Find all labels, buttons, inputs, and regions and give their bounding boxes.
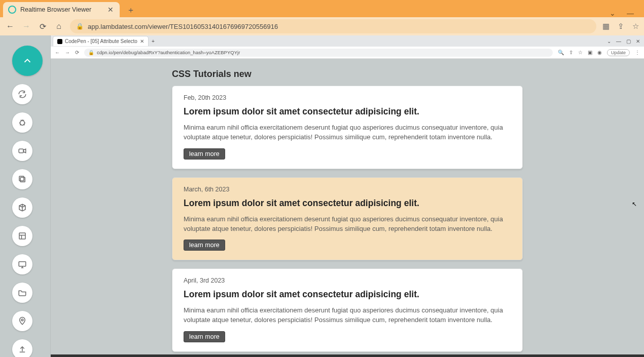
bookmark-star-icon[interactable]: ☆ (632, 22, 639, 31)
codepen-favicon-icon (57, 39, 62, 44)
lt-sidebar (12, 46, 43, 357)
lt-monitor-button[interactable] (12, 254, 32, 274)
lt-upload-button[interactable] (12, 339, 32, 357)
inner-lock-icon: 🔒 (88, 50, 94, 55)
inner-tab-title: CodePen - [05] Attribute Selecto (65, 38, 137, 44)
outer-window-controls: ⌄ — (610, 9, 641, 17)
outer-tab-active[interactable]: Realtime Browser Viewer ✕ (3, 2, 120, 17)
mouse-cursor-icon: ↖ (632, 201, 637, 208)
card-body: Minima earum nihil officia exercitatione… (184, 123, 511, 142)
bug-icon (18, 118, 27, 127)
lt-bug-button[interactable] (12, 112, 32, 133)
inner-tab-close-icon[interactable]: ✕ (140, 38, 144, 44)
upload-icon (18, 345, 27, 354)
lt-layout-button[interactable] (12, 226, 32, 246)
reload-button[interactable]: ⟳ (38, 22, 48, 31)
inner-reload-button[interactable]: ⟳ (75, 50, 79, 55)
back-button[interactable]: ← (5, 22, 15, 31)
outer-tab-strip: Realtime Browser Viewer ✕ ＋ ⌄ — (0, 0, 644, 17)
inner-url-text: cdpn.io/pen/debug/abadRxY?authentication… (97, 50, 240, 55)
outer-tab-title: Realtime Browser Viewer (20, 6, 103, 13)
share-icon[interactable]: ⇪ (618, 22, 624, 31)
outer-toolbar: ← → ⟳ ⌂ 🔒 app.lambdatest.com/viewer/TES1… (0, 17, 644, 35)
minimize-icon[interactable]: — (627, 9, 634, 17)
lt-copy-button[interactable] (12, 169, 32, 189)
inner-close-icon[interactable]: ✕ (636, 38, 640, 44)
video-icon (18, 146, 27, 155)
article-card: April, 3rd 2023 Lorem ipsum dolor sit am… (172, 268, 523, 352)
learn-more-button[interactable]: learn more (184, 148, 225, 160)
rotate-icon (18, 90, 27, 99)
lt-location-button[interactable] (12, 311, 32, 331)
cube-icon (18, 203, 27, 212)
svg-marker-2 (23, 149, 26, 153)
lt-collapse-button[interactable] (12, 46, 43, 76)
inner-update-button[interactable]: Update (607, 49, 630, 56)
svg-rect-1 (19, 149, 23, 153)
card-body: Minima earum nihil officia exercitatione… (184, 306, 511, 325)
inner-extension-icon[interactable]: ▣ (588, 50, 592, 55)
outer-url-text: app.lambdatest.com/viewer/TES10160531401… (88, 23, 278, 30)
inner-address-bar[interactable]: 🔒 cdpn.io/pen/debug/abadRxY?authenticati… (84, 49, 553, 57)
learn-more-button[interactable]: learn more (184, 240, 225, 251)
lt-cube-button[interactable] (12, 197, 32, 218)
translate-icon[interactable]: ▦ (602, 22, 610, 31)
svg-rect-3 (20, 177, 25, 182)
outer-address-bar[interactable]: 🔒 app.lambdatest.com/viewer/TES101605314… (70, 19, 596, 33)
inner-star-icon[interactable]: ☆ (578, 50, 583, 55)
stack-icon (18, 175, 27, 184)
card-title: Lorem ipsum dolor sit amet consectetur a… (184, 289, 511, 300)
inner-profile-icon[interactable]: ◉ (597, 50, 602, 55)
card-body: Minima earum nihil officia exercitatione… (184, 215, 511, 234)
card-date: April, 3rd 2023 (184, 277, 511, 284)
learn-more-button[interactable]: learn more (184, 331, 225, 342)
page-heading: CSS Tutorials new (172, 69, 523, 80)
new-tab-button[interactable]: ＋ (124, 3, 138, 17)
remote-browser-window: CodePen - [05] Attribute Selecto ✕ + ⌄ —… (50, 35, 644, 357)
lt-folder-button[interactable] (12, 283, 32, 303)
chevron-up-icon (22, 55, 33, 66)
pin-icon (18, 316, 27, 326)
home-button[interactable]: ⌂ (54, 22, 64, 31)
card-date: Feb, 20th 2023 (184, 94, 511, 101)
card-date: March, 6th 2023 (184, 186, 511, 193)
inner-tab-active[interactable]: CodePen - [05] Attribute Selecto ✕ (53, 36, 149, 46)
svg-rect-8 (19, 262, 26, 266)
lt-record-button[interactable] (12, 141, 32, 161)
card-title: Lorem ipsum dolor sit amet consectetur a… (184, 198, 511, 209)
folder-icon (18, 288, 27, 297)
inner-toolbar: ← → ⟳ 🔒 cdpn.io/pen/debug/abadRxY?authen… (51, 47, 644, 59)
lock-icon: 🔒 (76, 23, 84, 30)
card-title: Lorem ipsum dolor sit amet consectetur a… (184, 106, 511, 117)
inner-forward-button[interactable]: → (65, 50, 70, 55)
inner-maximize-icon[interactable]: ▢ (626, 38, 631, 44)
inner-tab-strip: CodePen - [05] Attribute Selecto ✕ + ⌄ —… (51, 35, 644, 47)
inner-page-viewport[interactable]: CSS Tutorials new Feb, 20th 2023 Lorem i… (51, 59, 644, 354)
lambdatest-favicon-icon (8, 6, 16, 14)
article-card: Feb, 20th 2023 Lorem ipsum dolor sit ame… (172, 86, 523, 169)
inner-menu-icon[interactable]: ⋮ (635, 50, 640, 55)
inner-back-button[interactable]: ← (55, 50, 60, 55)
close-tab-icon[interactable]: ✕ (108, 6, 114, 14)
layout-icon (18, 231, 27, 241)
svg-point-11 (21, 319, 23, 321)
lt-switch-button[interactable] (12, 84, 32, 104)
inner-minimize-icon[interactable]: — (616, 38, 621, 44)
inner-zoom-icon[interactable]: 🔍 (558, 50, 564, 55)
svg-rect-5 (19, 233, 25, 239)
inner-chevron-down-icon[interactable]: ⌄ (607, 38, 611, 44)
chevron-down-icon[interactable]: ⌄ (610, 9, 616, 17)
inner-taskbar (51, 354, 644, 357)
article-card-featured: March, 6th 2023 Lorem ipsum dolor sit am… (172, 177, 523, 261)
inner-share-icon[interactable]: ⇪ (569, 50, 573, 55)
inner-new-tab-button[interactable]: + (149, 38, 158, 44)
svg-rect-4 (19, 176, 24, 181)
monitor-icon (18, 260, 27, 269)
forward-button[interactable]: → (21, 22, 31, 31)
